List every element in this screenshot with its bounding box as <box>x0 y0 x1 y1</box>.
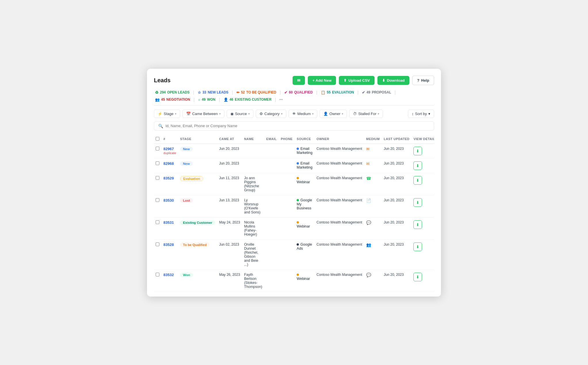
table-row: 83531 Existing Customer May 24, 2023 Nic… <box>154 217 434 239</box>
add-new-button[interactable]: + Add New <box>308 76 336 85</box>
filter-stalledfor[interactable]: ⏱ Stalled For ▾ <box>349 110 383 118</box>
table-row: 83532 Won May 26, 2023 Fayth Bertson (St… <box>154 270 434 292</box>
medium-icon: ☎ <box>366 176 371 181</box>
filter-medium[interactable]: 👁 Medium ▾ <box>289 110 317 118</box>
stat-evaluation[interactable]: 📋 55 EVALUATION <box>320 90 355 95</box>
lastupdated-cell: Jun 20, 2023 <box>382 158 412 173</box>
stage-cell: Existing Customer <box>178 217 217 239</box>
filter-source[interactable]: ◉ Source ▾ <box>227 110 253 118</box>
row-checkbox[interactable] <box>156 242 159 246</box>
upload-csv-button[interactable]: ⬆ Upload CSV <box>339 76 374 85</box>
filter-category[interactable]: ⚙ Category ▾ <box>256 110 286 118</box>
stat-more[interactable]: ⋯ <box>278 97 284 102</box>
stage-cell: Won <box>178 270 217 292</box>
lead-id[interactable]: 83529 <box>163 176 174 180</box>
stat-proposal[interactable]: ✔ 49 PROPOSAL <box>361 90 392 95</box>
lead-id-cell: 83530 <box>162 195 178 217</box>
lead-id[interactable]: 83530 <box>163 198 174 202</box>
table-row: 82967 duplicate New Jun 20, 2023 Email M… <box>154 144 434 158</box>
medium-cell: 💬 <box>364 270 382 292</box>
lead-id[interactable]: 82968 <box>163 161 174 166</box>
viewdetails-cell: ⬇ <box>412 217 434 239</box>
stage-cell: To be Qualified <box>178 239 217 270</box>
phone-cell <box>279 217 295 239</box>
stat-open[interactable]: ♻ 294 OPEN LEADS <box>154 90 191 95</box>
lead-id[interactable]: 83528 <box>163 242 174 247</box>
leads-table: # STAGE CAME AT NAME EMAIL PHONE SOURCE … <box>154 135 434 292</box>
medium-icon: 👥 <box>366 242 371 247</box>
medium-cell: ✉ <box>364 144 382 158</box>
row-checkbox-cell <box>154 144 162 158</box>
lead-id[interactable]: 82967 <box>163 147 174 151</box>
medium-icon: 💬 <box>366 273 371 277</box>
stat-qualified[interactable]: ✔ 60 QUALIFIED <box>283 90 314 95</box>
medium-icon: 💬 <box>366 220 371 225</box>
source-dot <box>297 221 299 223</box>
source-dot <box>297 162 299 165</box>
stat-won[interactable]: ○ 49 WON <box>197 97 217 102</box>
row-checkbox[interactable] <box>156 273 159 276</box>
lead-id[interactable]: 83532 <box>163 273 174 277</box>
lead-id-cell: 83529 <box>162 173 178 195</box>
stage-badge: Lost <box>180 198 193 203</box>
people-icon: 👥 <box>155 98 160 102</box>
filter-stage[interactable]: ⚡ Stage ▾ <box>154 110 180 118</box>
row-checkbox-cell <box>154 158 162 173</box>
source-cell: Webinar <box>295 270 315 292</box>
stage-badge: New <box>180 161 193 166</box>
row-checkbox[interactable] <box>156 176 159 180</box>
view-details-button[interactable]: ⬇ <box>413 147 422 155</box>
email-button[interactable]: ✉ <box>293 76 305 85</box>
view-details-button[interactable]: ⬇ <box>413 242 422 251</box>
row-checkbox[interactable] <box>156 198 159 202</box>
source-cell: Webinar <box>295 173 315 195</box>
cameat-cell: Jun 11, 2023 <box>217 173 243 195</box>
filter-owner[interactable]: 👤 Owner ▾ <box>320 110 347 118</box>
medium-cell: ✉ <box>364 158 382 173</box>
view-details-button[interactable]: ⬇ <box>413 161 422 170</box>
open-icon: ♻ <box>155 90 159 95</box>
row-checkbox-cell <box>154 270 162 292</box>
filter-camebetween[interactable]: 📅 Came Between ▾ <box>182 110 224 118</box>
owner-cell: Contoso Wealth Management <box>315 195 364 217</box>
lead-id-cell: 83528 <box>162 239 178 270</box>
name-cell: Jo ann Piggins (Nitzsche Group) <box>242 173 264 195</box>
table-row: 83528 To be Qualified Jun 02, 2023 Orvil… <box>154 239 434 270</box>
view-details-button[interactable]: ⬇ <box>413 198 422 207</box>
sort-by-button[interactable]: ↕ Sort by ▾ <box>408 110 434 118</box>
lead-id[interactable]: 83531 <box>163 220 174 225</box>
lastupdated-cell: Jun 20, 2023 <box>382 239 412 270</box>
stats-bar: ♻ 294 OPEN LEADS | ☆ 33 NEW LEADS | ✏ 52… <box>154 90 434 106</box>
header-actions: ✉ + Add New ⬆ Upload CSV ⬇ Download ? He… <box>293 76 434 85</box>
stage-badge: Evaluation <box>180 176 203 181</box>
row-checkbox[interactable] <box>156 220 159 224</box>
user-icon: 👤 <box>224 98 228 102</box>
chevron-down-icon: ▾ <box>248 112 250 115</box>
cameat-cell: May 26, 2023 <box>217 270 243 292</box>
source-cell: Email Marketing <box>295 144 315 158</box>
lastupdated-cell: Jun 20, 2023 <box>382 195 412 217</box>
stat-new[interactable]: ☆ 33 NEW LEADS <box>196 90 230 95</box>
medium-cell: ☎ <box>364 173 382 195</box>
name-cell: Nicola Mullins (Fahey-Hoeger) <box>242 217 264 239</box>
row-checkbox[interactable] <box>156 161 159 165</box>
col-id: # <box>162 135 178 144</box>
stage-filter-icon: ⚡ <box>158 112 162 116</box>
view-details-button[interactable]: ⬇ <box>413 220 422 229</box>
viewdetails-cell: ⬇ <box>412 195 434 217</box>
stat-toqualify[interactable]: ✏ 52 TO BE QUALIFIED <box>235 90 278 95</box>
help-button[interactable]: ? Help <box>412 76 434 85</box>
row-checkbox[interactable] <box>156 147 159 150</box>
table-row: 82968 New Jun 20, 2023 Email Marketing C… <box>154 158 434 173</box>
chevron-down-icon: ▾ <box>378 112 379 115</box>
lastupdated-cell: Jun 20, 2023 <box>382 173 412 195</box>
clock-icon: ⏱ <box>353 112 357 116</box>
download-button[interactable]: ⬇ Download <box>377 76 409 85</box>
view-details-button[interactable]: ⬇ <box>413 176 422 185</box>
page-title: Leads <box>154 77 171 84</box>
select-all-checkbox[interactable] <box>156 137 159 141</box>
stat-negotiation[interactable]: 👥 45 NEGOTIATION <box>154 97 191 102</box>
search-input[interactable] <box>165 124 430 128</box>
view-details-button[interactable]: ⬇ <box>413 273 422 281</box>
stat-existing[interactable]: 👤 46 EXISTING CUSTOMER <box>222 97 273 102</box>
